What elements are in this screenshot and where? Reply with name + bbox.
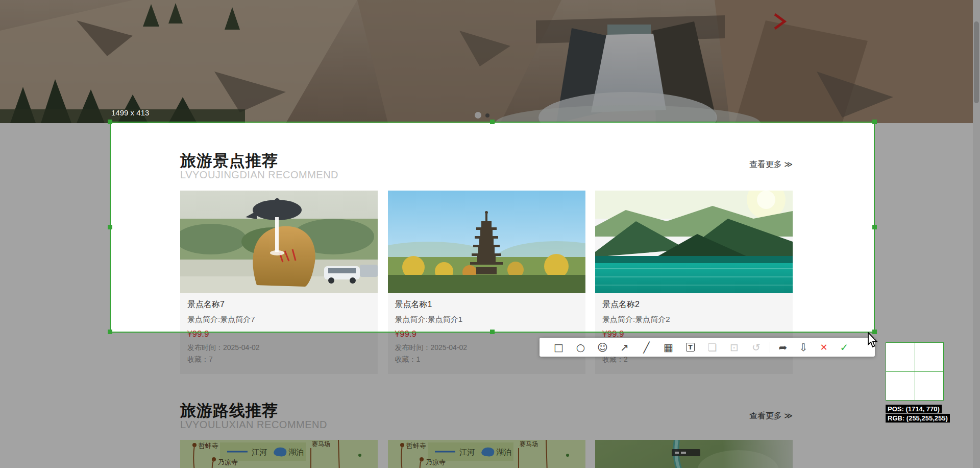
pin-tool-button[interactable]: ❏: [701, 338, 723, 357]
rectangle-tool-button[interactable]: □: [548, 338, 570, 357]
selection-handle-w[interactable]: [108, 225, 112, 229]
cursor-position-readout: POS: (1714, 770): [886, 405, 942, 413]
selection-handle-e[interactable]: [872, 225, 877, 229]
emoji-icon: ☺: [597, 341, 608, 354]
emoji-tool-button[interactable]: ☺: [592, 338, 614, 357]
undo-button[interactable]: ↺: [745, 338, 767, 357]
selection-region[interactable]: [110, 122, 875, 333]
toolbar-separator: [770, 342, 770, 353]
selection-handle-nw[interactable]: [108, 120, 112, 124]
dim-overlay-right: [874, 123, 980, 332]
share-button[interactable]: ➦: [773, 338, 793, 357]
cancel-button[interactable]: ✕: [814, 338, 834, 357]
mosaic-icon: ▦: [664, 341, 673, 354]
ellipse-tool-button[interactable]: ○: [570, 338, 592, 357]
screen: 旅游景点推荐 LVYOUJINGDIAN RECOMMEND 查看更多 ≫: [0, 0, 980, 468]
dim-overlay-top: [0, 0, 980, 123]
mouse-cursor: [867, 332, 878, 350]
magnifier-crosshair-h: [886, 371, 943, 372]
undo-icon: ↺: [752, 341, 761, 354]
check-icon: ✓: [840, 341, 849, 354]
capture-toolbar: □ ○ ☺ ↗ ╱ ▦ T ❏ ⊡ ↺ ➦ ⇩ ✕ ✓: [540, 338, 875, 357]
close-icon: ✕: [820, 342, 827, 353]
arrow-icon: ↗: [620, 341, 629, 354]
mosaic-tool-button[interactable]: ▦: [657, 338, 679, 357]
selection-handle-n[interactable]: [490, 120, 495, 124]
dim-overlay-left: [0, 123, 110, 332]
pen-icon: ╱: [643, 341, 649, 354]
confirm-button[interactable]: ✓: [834, 338, 854, 357]
download-icon: ⇩: [799, 341, 808, 354]
selection-size-label: 1499 x 413: [111, 108, 149, 117]
save-button[interactable]: ⇩: [793, 338, 814, 357]
ocr-tool-button[interactable]: ⊡: [723, 338, 745, 357]
pin-icon: ❏: [708, 341, 717, 354]
selection-handle-ne[interactable]: [872, 120, 877, 124]
ocr-icon: ⊡: [730, 341, 739, 354]
text-icon: T: [686, 343, 695, 352]
share-icon: ➦: [779, 341, 788, 354]
rectangle-icon: □: [554, 341, 564, 354]
pen-tool-button[interactable]: ╱: [635, 338, 657, 357]
selection-handle-s[interactable]: [490, 330, 495, 334]
selection-handle-sw[interactable]: [108, 330, 112, 334]
arrow-tool-button[interactable]: ↗: [614, 338, 635, 357]
magnifier-panel: [886, 342, 944, 401]
ellipse-icon: ○: [576, 341, 585, 354]
text-tool-button[interactable]: T: [679, 338, 701, 357]
pixel-rgb-readout: RGB: (255,255,255): [886, 414, 950, 423]
